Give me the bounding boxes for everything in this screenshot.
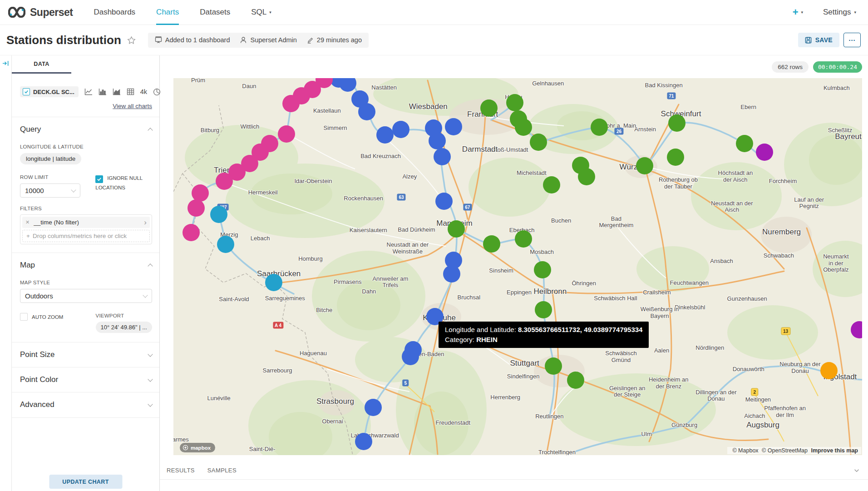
- remove-filter-icon[interactable]: ✕: [25, 219, 30, 225]
- map-point-cyan[interactable]: [210, 206, 227, 223]
- new-item-menu[interactable]: + ▾: [793, 7, 803, 17]
- map-point-green[interactable]: [736, 135, 753, 152]
- map-point-green[interactable]: [567, 372, 584, 389]
- chart-area: 662 rows 00:00:00.24: [160, 55, 868, 491]
- map-point-royal-blue[interactable]: [443, 265, 460, 283]
- line-chart-icon[interactable]: [84, 88, 93, 95]
- map-point-royal-blue[interactable]: [429, 132, 446, 149]
- map-point-green[interactable]: [543, 176, 560, 193]
- map-style-select[interactable]: Outdoors: [20, 289, 152, 303]
- favorite-star-icon[interactable]: [127, 35, 136, 45]
- map-point-magenta[interactable]: [282, 95, 300, 112]
- map-section-header[interactable]: Map: [20, 261, 152, 270]
- time-filter-chip[interactable]: ✕ __time (No filter) ›: [22, 217, 150, 228]
- navbar: Superset Dashboards Charts Datasets SQL …: [0, 0, 868, 25]
- tab-data[interactable]: DATA: [12, 55, 71, 74]
- map-tooltip: Longitude and Latitude: 8.30556376651173…: [439, 322, 649, 348]
- map-point-royal-blue[interactable]: [339, 78, 356, 92]
- nav-datasets[interactable]: Datasets: [200, 0, 230, 25]
- superset-logo[interactable]: Superset: [8, 6, 73, 19]
- advanced-header[interactable]: Advanced: [20, 400, 152, 409]
- map-point-green[interactable]: [480, 99, 498, 117]
- map-point-royal-blue[interactable]: [365, 399, 382, 416]
- dashboards-added[interactable]: Added to 1 dashboard: [155, 36, 230, 44]
- osm-attribution-link[interactable]: © OpenStreetMap: [762, 447, 808, 454]
- expand-panel-icon[interactable]: [2, 60, 9, 67]
- map-point-magenta[interactable]: [187, 199, 205, 217]
- chevron-up-icon: [148, 128, 153, 133]
- brand-name: Superset: [30, 6, 73, 19]
- map-point-green[interactable]: [578, 168, 595, 185]
- map-point-royal-blue[interactable]: [355, 433, 372, 450]
- update-chart-button[interactable]: UPDATE CHART: [49, 475, 122, 489]
- more-options-button[interactable]: ···: [843, 33, 861, 47]
- viz-type-row: DECK.GL SC... 4k: [20, 86, 152, 97]
- chevron-down-icon: [71, 187, 76, 192]
- pie-chart-icon[interactable]: [153, 88, 161, 96]
- save-button[interactable]: SAVE: [798, 33, 839, 47]
- bar-chart-icon[interactable]: [99, 88, 107, 95]
- deckgl-map[interactable]: PrümDaunNastättenGelnhausenBad Kissingen…: [173, 78, 862, 455]
- map-point-royal-blue[interactable]: [358, 103, 375, 120]
- map-point-royal-blue[interactable]: [402, 348, 419, 365]
- last-modified[interactable]: 29 minutes ago: [307, 36, 362, 44]
- map-point-royal-blue[interactable]: [376, 126, 394, 144]
- map-point-green[interactable]: [534, 261, 551, 278]
- view-all-charts-link[interactable]: View all charts: [113, 103, 152, 109]
- viewport-label: VIEWPORT: [96, 313, 152, 318]
- table-icon[interactable]: [127, 88, 134, 95]
- auto-zoom-checkbox[interactable]: [20, 313, 28, 321]
- map-point-green[interactable]: [515, 119, 532, 136]
- nav-charts[interactable]: Charts: [156, 0, 179, 25]
- tooltip-category: Category: RHEIN: [445, 335, 642, 345]
- filter-drop-zone[interactable]: +Drop columns/metrics here or click: [22, 230, 150, 242]
- settings-menu[interactable]: Settings ▾: [823, 8, 856, 17]
- map-point-cyan[interactable]: [217, 236, 234, 253]
- map-point-orange[interactable]: [820, 362, 838, 379]
- mapbox-attribution-link[interactable]: © Mapbox: [732, 447, 758, 454]
- map-point-royal-blue[interactable]: [392, 121, 409, 138]
- map-point-cyan[interactable]: [265, 274, 282, 291]
- map-point-green[interactable]: [636, 157, 653, 174]
- improve-map-link[interactable]: Improve this map: [811, 447, 858, 454]
- ignore-null-checkbox[interactable]: [95, 175, 103, 183]
- point-size-header[interactable]: Point Size: [20, 350, 152, 359]
- auto-zoom-label: AUTO ZOOM: [32, 314, 63, 320]
- map-point-green[interactable]: [506, 94, 523, 111]
- lonlat-chip[interactable]: longitude | latitude: [20, 153, 81, 164]
- map-point-purple[interactable]: [756, 144, 773, 161]
- divider: [12, 342, 159, 342]
- map-point-magenta[interactable]: [278, 125, 295, 143]
- tab-results[interactable]: RESULTS: [167, 467, 195, 474]
- viz-4k-option[interactable]: 4k: [140, 88, 147, 95]
- ignore-null-group: IGNORE NULL LOCATIONS: [95, 174, 152, 198]
- nav-dashboards[interactable]: Dashboards: [94, 0, 135, 25]
- map-point-green[interactable]: [515, 230, 532, 248]
- viz-type-chip[interactable]: DECK.GL SC...: [20, 86, 79, 97]
- map-point-green[interactable]: [668, 114, 686, 132]
- area-chart-icon[interactable]: [113, 88, 121, 95]
- tab-samples[interactable]: SAMPLES: [207, 467, 237, 474]
- map-point-royal-blue[interactable]: [435, 193, 453, 210]
- map-point-green[interactable]: [448, 220, 465, 238]
- map-point-green[interactable]: [545, 357, 562, 375]
- map-point-green[interactable]: [591, 119, 608, 136]
- map-point-green[interactable]: [535, 301, 552, 318]
- row-limit-select[interactable]: 10000: [20, 184, 80, 198]
- divider: [12, 417, 159, 418]
- map-point-royal-blue[interactable]: [434, 148, 451, 165]
- map-point-green[interactable]: [483, 235, 500, 253]
- query-section: Query LONGITUDE & LATITUDE longitude | l…: [12, 125, 159, 244]
- mapbox-logo[interactable]: mapbox: [180, 443, 215, 452]
- map-point-purple[interactable]: [851, 321, 862, 338]
- map-point-royal-blue[interactable]: [445, 118, 462, 135]
- viewport-chip[interactable]: 10° 24' 49.86" | ...: [96, 322, 152, 333]
- map-point-magenta[interactable]: [216, 173, 233, 190]
- query-section-header[interactable]: Query: [20, 125, 152, 134]
- point-color-header[interactable]: Point Color: [20, 375, 152, 384]
- map-point-green[interactable]: [530, 134, 547, 151]
- collapse-results-icon[interactable]: [853, 467, 860, 474]
- map-point-green[interactable]: [667, 149, 684, 166]
- nav-sql[interactable]: SQL ▾: [251, 0, 271, 25]
- map-point-magenta[interactable]: [182, 224, 200, 241]
